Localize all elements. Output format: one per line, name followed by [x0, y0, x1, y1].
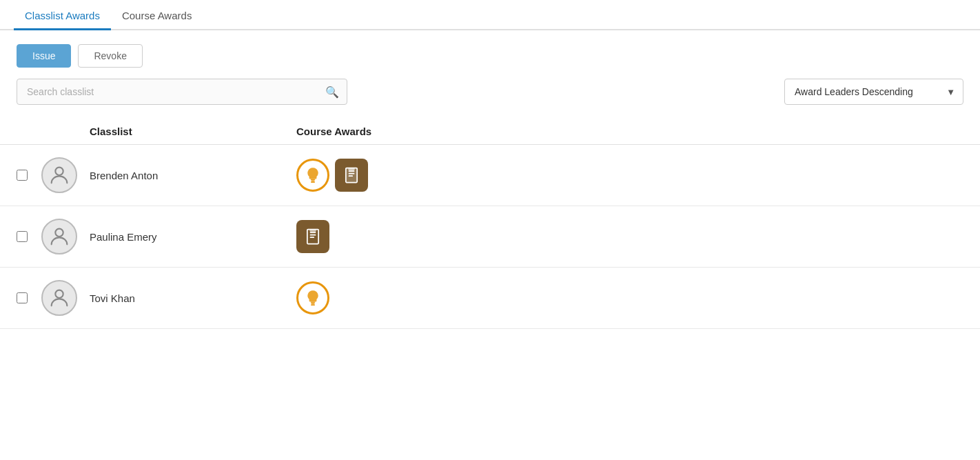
avatar-circle: [41, 280, 77, 316]
avatar-brenden: [41, 157, 90, 193]
awards-tovi: [296, 281, 963, 314]
page-container: Classlist Awards Course Awards Issue Rev…: [0, 0, 980, 460]
checkbox-tovi[interactable]: [17, 292, 28, 303]
tabs-bar: Classlist Awards Course Awards: [0, 0, 980, 30]
table-row: Brenden Anton: [0, 145, 980, 206]
avatar-circle: [41, 219, 77, 254]
sort-select[interactable]: Award Leaders Descending Award Leaders A…: [784, 79, 963, 105]
row-checkbox-tovi[interactable]: [17, 292, 41, 303]
person-icon: [48, 286, 71, 310]
svg-rect-9: [311, 303, 314, 305]
avatar-paulina: [41, 219, 90, 254]
award-lightbulb-icon[interactable]: [296, 159, 329, 192]
tab-course-awards[interactable]: Course Awards: [111, 0, 203, 30]
book-svg: [342, 166, 361, 185]
table-row: Paulina Emery: [0, 206, 980, 268]
lightbulb-svg: [304, 166, 322, 184]
checkbox-brenden[interactable]: [17, 170, 28, 181]
award-book-icon[interactable]: [296, 220, 329, 253]
row-checkbox-paulina[interactable]: [17, 231, 41, 242]
student-name-paulina: Paulina Emery: [90, 231, 296, 243]
svg-point-5: [55, 229, 63, 237]
person-icon: [48, 163, 71, 187]
issue-button[interactable]: Issue: [17, 44, 71, 68]
avatar-tovi: [41, 280, 90, 316]
avatar-circle: [41, 157, 77, 193]
svg-point-7: [55, 290, 63, 298]
search-wrapper: 🔍: [17, 79, 347, 105]
svg-rect-4: [348, 168, 354, 171]
checkbox-paulina[interactable]: [17, 231, 28, 242]
header-classlist-label: Classlist: [90, 126, 296, 137]
tab-classlist-awards[interactable]: Classlist Awards: [14, 0, 111, 30]
search-input[interactable]: [17, 79, 347, 105]
toolbar: Issue Revoke: [0, 30, 980, 79]
sort-wrapper: Award Leaders Descending Award Leaders A…: [784, 79, 963, 105]
header-course-awards-label: Course Awards: [296, 126, 963, 137]
student-name-tovi: Tovi Khan: [90, 292, 296, 304]
student-name-brenden: Brenden Anton: [90, 170, 296, 181]
person-icon: [48, 225, 71, 248]
svg-point-0: [55, 168, 63, 175]
svg-rect-2: [311, 181, 314, 182]
book-svg: [303, 227, 323, 246]
row-checkbox-brenden[interactable]: [17, 170, 41, 181]
svg-rect-8: [311, 301, 316, 303]
award-book-icon[interactable]: [335, 159, 368, 192]
revoke-button[interactable]: Revoke: [78, 44, 142, 68]
svg-rect-6: [309, 230, 316, 232]
awards-brenden: [296, 159, 963, 192]
lightbulb-svg: [304, 289, 322, 307]
search-sort-row: 🔍 Award Leaders Descending Award Leaders…: [0, 79, 980, 119]
table-header: Classlist Course Awards: [0, 119, 980, 145]
awards-paulina: [296, 220, 963, 253]
svg-rect-1: [311, 179, 316, 180]
award-lightbulb-icon[interactable]: [296, 281, 329, 314]
table-row: Tovi Khan: [0, 268, 980, 329]
